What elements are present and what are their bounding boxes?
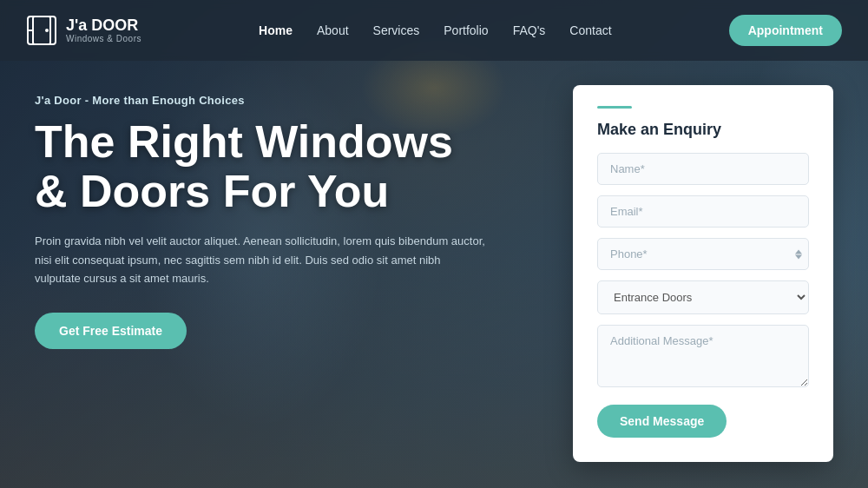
send-message-button[interactable]: Send Message — [597, 405, 727, 438]
hero-content: J'a Door - More than Enough Choices The … — [35, 85, 538, 349]
message-textarea[interactable] — [597, 325, 809, 387]
phone-field-group — [597, 238, 809, 270]
brand-tagline: Windows & Doors — [66, 34, 141, 43]
service-select-group: Entrance Doors Windows Sliding Doors Fre… — [597, 280, 809, 314]
nav-item-faqs[interactable]: FAQ's — [513, 23, 546, 38]
phone-increment-icon[interactable] — [795, 249, 802, 254]
nav-link-faqs[interactable]: FAQ's — [513, 23, 546, 37]
hero-description: Proin gravida nibh vel velit auctor aliq… — [35, 232, 486, 287]
nav-item-contact[interactable]: Contact — [569, 23, 611, 38]
email-field-group — [597, 195, 809, 228]
phone-spinners — [795, 249, 802, 259]
estimate-button[interactable]: Get Free Estimate — [35, 313, 187, 349]
nav-item-portfolio[interactable]: Portfolio — [444, 23, 488, 38]
name-input[interactable] — [597, 153, 809, 185]
message-field-group — [597, 325, 809, 391]
hero-title: The Right Windows & Doors For You — [35, 117, 538, 216]
brand-name: J'a DOOR — [66, 17, 141, 35]
logo-icon — [26, 15, 57, 46]
form-title: Make an Enquiry — [597, 121, 809, 139]
hero-title-line1: The Right Windows — [35, 116, 453, 167]
nav-link-services[interactable]: Services — [373, 23, 420, 37]
service-select[interactable]: Entrance Doors Windows Sliding Doors Fre… — [597, 280, 809, 314]
nav-link-portfolio[interactable]: Portfolio — [444, 23, 488, 37]
nav-item-about[interactable]: About — [317, 23, 349, 38]
appointment-button[interactable]: Appointment — [729, 15, 842, 46]
phone-input[interactable] — [597, 238, 809, 270]
svg-point-2 — [45, 29, 49, 32]
nav-link-about[interactable]: About — [317, 23, 349, 37]
form-accent — [597, 106, 632, 109]
hero-title-line2: & Doors For You — [35, 166, 389, 216]
nav-links: Home About Services Portfolio FAQ's Cont… — [259, 23, 611, 38]
enquiry-form: Make an Enquiry Entrance Doors Windows S… — [573, 85, 833, 462]
nav-link-home[interactable]: Home — [259, 23, 293, 37]
nav-item-services[interactable]: Services — [373, 23, 420, 38]
phone-decrement-icon[interactable] — [795, 254, 802, 259]
hero-section: J'a Door - More than Enough Choices The … — [0, 61, 868, 488]
logo: J'a DOOR Windows & Doors — [26, 15, 141, 46]
name-field-group — [597, 153, 809, 185]
nav-item-home[interactable]: Home — [259, 23, 293, 38]
logo-text: J'a DOOR Windows & Doors — [66, 17, 141, 44]
nav-link-contact[interactable]: Contact — [569, 23, 611, 37]
email-input[interactable] — [597, 195, 809, 228]
navbar: J'a DOOR Windows & Doors Home About Serv… — [0, 0, 868, 61]
hero-tagline: J'a Door - More than Enough Choices — [35, 94, 538, 107]
